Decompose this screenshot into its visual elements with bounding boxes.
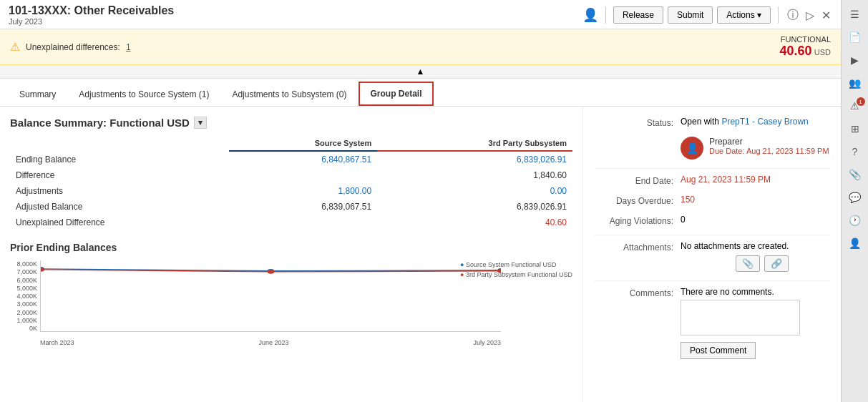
x-label: July 2023 (473, 339, 501, 346)
status-link[interactable]: PrepT1 - Casey Brown (721, 117, 808, 127)
x-label: June 2023 (258, 339, 288, 346)
status-label: Status: (595, 118, 681, 128)
end-date-value: Aug 21, 2023 11:59 PM (681, 175, 829, 185)
balance-summary-title: Balance Summary: Functional USD ▾ (10, 117, 572, 129)
attachments-label: Attachments: (595, 242, 681, 253)
y-label: 8,000K (10, 260, 37, 268)
row-subsystem: 6,839,026.91 (377, 151, 572, 167)
list-icon[interactable]: ☰ (844, 4, 867, 24)
chart-legend: ● Source System Functional USD● 3rd Part… (460, 260, 572, 280)
header-right: 👤 Release Submit Actions ▾ ⓘ ▷ ✕ (582, 6, 832, 24)
days-overdue-label: Days Overdue: (595, 196, 681, 206)
attachments-value: No attachments are created. 📎 🔗 (681, 241, 789, 272)
warning-left: ⚠ Unexplained differences: 1 (10, 40, 131, 54)
warning-text: Unexplained differences: (26, 42, 120, 52)
functional-currency: USD (814, 48, 831, 57)
post-comment-button[interactable]: Post Comment (681, 342, 756, 359)
y-label: 2,000K (10, 309, 37, 316)
table-row: Ending Balance 6,840,867.51 6,839,026.91 (10, 151, 572, 167)
chart-y-labels: 8,000K7,000K6,000K5,000K4,000K3,000K2,00… (10, 260, 37, 332)
row-subsystem: 6,839,026.91 (377, 199, 572, 215)
separator-2 (778, 6, 779, 24)
tab-summary[interactable]: Summary (9, 83, 67, 105)
x-label: March 2023 (40, 339, 74, 346)
tab-group-detail[interactable]: Group Detail (359, 82, 433, 106)
preparer-due: Due Date: Aug 21, 2023 11:59 PM (709, 147, 829, 155)
comments-label: Comments: (595, 288, 681, 298)
document-icon[interactable]: 📄 (844, 27, 867, 47)
tabs-bar: Summary Adjustments to Source System (1)… (0, 79, 841, 107)
aging-label: Aging Violations: (595, 216, 681, 226)
forward-icon[interactable]: ▷ (804, 7, 816, 24)
table-row: Adjusted Balance 6,839,067.51 6,839,026.… (10, 199, 572, 215)
left-panel: Balance Summary: Functional USD ▾ Source… (0, 107, 583, 402)
y-label: 4,000K (10, 293, 37, 300)
link-attach-button[interactable]: 🔗 (764, 255, 789, 272)
legend-item: ● 3rd Party Subsystem Functional USD (460, 270, 572, 280)
avatar: 👤 (681, 137, 703, 160)
warning-count: 1 (126, 42, 131, 52)
legend-item: ● Source System Functional USD (460, 260, 572, 270)
balance-dropdown[interactable]: ▾ (194, 117, 207, 129)
row-label: Ending Balance (10, 151, 229, 167)
prior-title: Prior Ending Balances (10, 242, 572, 253)
attachments-row: Attachments: No attachments are created.… (595, 241, 829, 272)
content-split: Balance Summary: Functional USD ▾ Source… (0, 107, 841, 402)
release-button[interactable]: Release (613, 6, 663, 24)
row-label: Difference (10, 167, 229, 183)
row-label: Adjustments (10, 183, 229, 199)
y-label: 3,000K (10, 300, 37, 308)
row-source (229, 215, 378, 230)
balance-table: Source System 3rd Party Subsystem Ending… (10, 136, 572, 230)
attachments-actions: 📎 🔗 (681, 255, 789, 272)
tab-adjustments-source[interactable]: Adjustments to Source System (1) (68, 83, 220, 105)
alert-icon[interactable]: ⚠1 (844, 96, 867, 116)
col-subsystem: 3rd Party Subsystem (377, 136, 572, 151)
row-source (229, 167, 378, 183)
right-panel: Status: Open with PrepT1 - Casey Brown 👤… (583, 107, 841, 402)
y-label: 6,000K (10, 277, 37, 284)
col-source: Source System (229, 136, 378, 151)
table-row: Adjustments 1,800.00 0.00 (10, 183, 572, 199)
row-source: 1,800.00 (229, 183, 378, 199)
close-icon[interactable]: ✕ (820, 7, 832, 24)
row-subsystem: 0.00 (377, 183, 572, 199)
days-overdue-row: Days Overdue: 150 (595, 195, 829, 206)
functional-amount: FUNCTIONAL 40.60 USD (779, 35, 831, 59)
status-row: Status: Open with PrepT1 - Casey Brown (595, 117, 829, 128)
clock-icon[interactable]: 🕐 (844, 210, 867, 230)
functional-value: 40.60 (779, 44, 811, 58)
person-icon[interactable]: 👤 (844, 233, 867, 253)
play-icon[interactable]: ▶ (844, 50, 867, 70)
collapse-bar[interactable]: ▲ (0, 65, 841, 79)
page-title: 101-13XXX: Other Receivables (9, 4, 174, 17)
row-subsystem: 40.60 (377, 215, 572, 230)
warning-bar: ⚠ Unexplained differences: 1 FUNCTIONAL … (0, 29, 841, 65)
comment-icon[interactable]: 💬 (844, 187, 867, 207)
page-subtitle: July 2023 (9, 17, 174, 26)
paperclip-icon[interactable]: 📎 (844, 165, 867, 185)
days-overdue-value: 150 (681, 195, 829, 205)
y-label: 7,000K (10, 268, 37, 275)
end-date-label: End Date: (595, 176, 681, 186)
right-sidebar: ☰📄▶👥⚠1⊞?📎💬🕐👤 (841, 0, 868, 402)
preparer-info: Preparer Due Date: Aug 21, 2023 11:59 PM (709, 137, 829, 155)
help-icon[interactable]: ⓘ (786, 6, 800, 24)
row-subsystem: 1,840.60 (377, 167, 572, 183)
tab-adjustments-subsystem[interactable]: Adjustments to Subsystem (0) (221, 83, 357, 105)
table-icon[interactable]: ⊞ (844, 119, 867, 139)
divider-2 (595, 235, 829, 235)
warning-icon: ⚠ (10, 40, 20, 54)
users-icon[interactable]: 👥 (844, 73, 867, 93)
row-label: Adjusted Balance (10, 199, 229, 215)
preparer-name: Preparer (709, 137, 829, 147)
submit-button[interactable]: Submit (668, 6, 713, 24)
comment-input[interactable] (681, 300, 800, 335)
paperclip-attach-button[interactable]: 📎 (736, 255, 760, 272)
separator-1 (605, 6, 606, 24)
actions-button[interactable]: Actions ▾ (717, 6, 771, 24)
comments-row: Comments: There are no comments. Post Co… (595, 287, 829, 359)
question-icon[interactable]: ? (844, 142, 867, 162)
chart-plot (40, 260, 501, 332)
person-icon: 👤 (582, 7, 598, 23)
